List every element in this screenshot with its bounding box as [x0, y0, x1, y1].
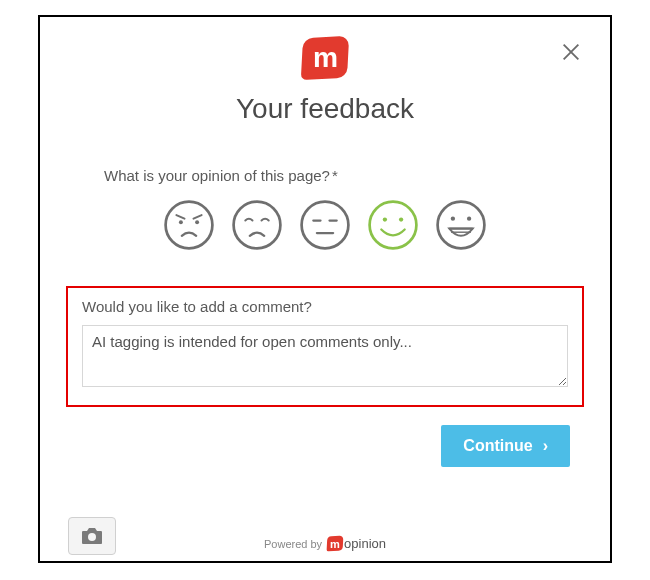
chevron-right-icon: ›	[543, 437, 548, 455]
comment-label: Would you like to add a comment?	[82, 298, 568, 315]
modal-footer: Powered by mopinion	[40, 517, 610, 555]
svg-point-8	[302, 202, 349, 249]
face-happy-icon	[366, 198, 420, 252]
rating-faces-row	[104, 198, 546, 252]
face-neutral[interactable]	[298, 198, 352, 252]
face-angry[interactable]	[162, 198, 216, 252]
svg-point-7	[234, 202, 281, 249]
svg-point-2	[166, 202, 213, 249]
powered-by: Powered by mopinion	[264, 536, 386, 551]
svg-point-12	[370, 202, 417, 249]
svg-point-20	[88, 533, 96, 541]
svg-point-14	[399, 217, 403, 221]
close-button[interactable]	[560, 41, 584, 65]
face-very-happy[interactable]	[434, 198, 488, 252]
svg-point-4	[195, 220, 199, 224]
feedback-modal: m Your feedback What is your opinion of …	[38, 15, 612, 563]
screenshot-button[interactable]	[68, 517, 116, 555]
action-row: Continue ›	[40, 407, 610, 467]
comment-textarea[interactable]	[82, 325, 568, 387]
powered-by-brand: mopinion	[327, 536, 386, 551]
face-sad-icon	[230, 198, 284, 252]
close-icon	[560, 41, 582, 63]
svg-line-5	[176, 215, 184, 219]
svg-point-3	[179, 220, 183, 224]
svg-point-16	[451, 217, 455, 221]
face-angry-icon	[162, 198, 216, 252]
rating-question: What is your opinion of this page?*	[40, 167, 610, 252]
continue-button-label: Continue	[463, 437, 532, 455]
comment-section: Would you like to add a comment?	[66, 286, 584, 407]
camera-icon	[80, 526, 104, 546]
continue-button[interactable]: Continue ›	[441, 425, 570, 467]
rating-question-label: What is your opinion of this page?*	[104, 167, 546, 184]
face-happy[interactable]	[366, 198, 420, 252]
svg-line-6	[194, 215, 202, 219]
face-neutral-icon	[298, 198, 352, 252]
brand-logo: m	[40, 37, 610, 79]
svg-point-17	[467, 217, 471, 221]
svg-point-13	[383, 217, 387, 221]
svg-point-15	[438, 202, 485, 249]
powered-by-label: Powered by	[264, 538, 322, 550]
face-very-happy-icon	[434, 198, 488, 252]
modal-title: Your feedback	[40, 93, 610, 125]
brand-logo-letter: m	[312, 42, 337, 74]
face-sad[interactable]	[230, 198, 284, 252]
